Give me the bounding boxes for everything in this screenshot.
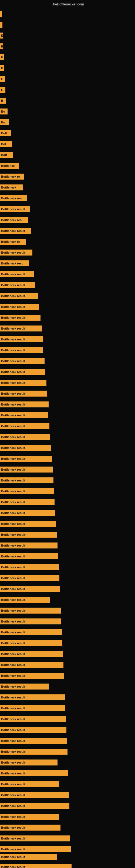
bar-label: E — [1, 45, 3, 48]
list-item: Bottleneck result — [0, 358, 45, 364]
bar-label: Bottleneck result — [1, 435, 25, 439]
bar-label: Bottleneck result — [1, 837, 25, 840]
bar-label: Bottleneck result — [1, 652, 25, 656]
bar-label: Bottleneck result — [1, 587, 25, 590]
list-item: Bottleneck result — [0, 499, 54, 505]
list-item: Bottleneck result — [0, 521, 56, 527]
list-item: Bottleneck result — [0, 304, 39, 310]
list-item: Bottleneck result — [0, 727, 66, 733]
bar-label: Bottleneck result — [1, 392, 25, 395]
bar-label: E — [1, 56, 3, 59]
list-item: Bottleneck result — [0, 347, 43, 353]
list-item: Bottleneck result — [0, 564, 59, 570]
bar-label: Bottleneck result — [1, 251, 25, 254]
bar-label: Bottleneck result — [1, 685, 25, 688]
list-item: Bottleneck result — [0, 864, 72, 868]
list-item: Bottleneck result — [0, 282, 35, 288]
list-item: B — [0, 98, 6, 104]
list-item: Bottleneck result — [0, 456, 52, 462]
bar-label: Bottleneck result — [1, 327, 25, 330]
list-item: Bottleneck result — [0, 738, 67, 744]
bar-label: Bottleneck result — [1, 728, 25, 732]
list-item: Bottleneck result — [0, 792, 69, 798]
list-item: Bot — [0, 141, 12, 147]
bar-label: Bottleneck result — [1, 717, 25, 721]
bar-label: Bottleneck result — [1, 761, 25, 764]
bar-label: Bottleneck result — [1, 229, 25, 232]
list-item: Bottleneck result — [0, 629, 62, 635]
list-item: Bottleneck result — [0, 326, 42, 332]
list-item: Bottleneck result — [0, 760, 57, 766]
bar-label: Bottleneck result — [1, 865, 25, 868]
bar-label: Bottleneck result — [1, 305, 25, 308]
bar-label: Bottleneck result — [1, 381, 25, 384]
bar-label: Bottleneck result — [1, 479, 25, 482]
list-item: Bottleneck — [0, 184, 23, 190]
list-item: Bottleneck result — [0, 781, 59, 787]
bar-label: Bott — [1, 153, 7, 156]
list-item: Bottleneck result — [0, 391, 47, 397]
bar-label: Bottleneck result — [1, 468, 25, 471]
list-item: Bottleneck result — [0, 749, 68, 755]
list-item — [0, 22, 2, 28]
bar-label: Bottleneck result — [1, 696, 25, 699]
list-item: Bottleneck result — [0, 412, 48, 418]
site-title: TheBottlenecker.com — [51, 2, 84, 6]
list-item: Bottleneck result — [0, 445, 51, 451]
bar-label: Bottleneck result — [1, 490, 25, 493]
list-item: Bottlenec — [0, 163, 19, 169]
list-item: Bottleneck result — [0, 705, 65, 711]
list-item: Bottleneck result — [0, 770, 68, 776]
list-item: Bottleneck result — [0, 597, 50, 603]
bar-label: Bottleneck result — [1, 360, 25, 363]
bar-label: E — [1, 88, 3, 91]
bar-label: Bottleneck result — [1, 414, 25, 417]
bar-label: Bottleneck result — [1, 815, 25, 818]
list-item: Bottleneck result — [0, 651, 63, 657]
bar-label: Bo — [1, 121, 5, 124]
bar-label: Bottleneck result — [1, 316, 25, 319]
bar-label: Bottleneck result — [1, 794, 25, 797]
bar-label: Bottleneck result — [1, 544, 25, 547]
list-item: Bottleneck result — [0, 250, 32, 255]
list-item: Bottleneck result — [0, 553, 58, 559]
bar-label: Bottleneck result — [1, 283, 25, 287]
list-item: Bott — [0, 130, 11, 136]
list-item: Bottleneck result — [0, 814, 59, 820]
bar-label: E — [1, 77, 3, 81]
list-item: Bottleneck result — [0, 369, 45, 375]
bar-label: Bott — [1, 131, 7, 135]
bar-label: B — [1, 66, 3, 70]
bar-label: Bottleneck result — [1, 555, 25, 558]
bar-label: Bottleneck result — [1, 707, 25, 710]
bar-label: Bottleneck result — [1, 446, 25, 450]
list-item: Bottleneck result — [0, 401, 49, 407]
bar-label: Bottleneck result — [1, 598, 25, 601]
list-item: Bottleneck resu — [0, 195, 27, 201]
list-item: Bottleneck result — [0, 618, 61, 624]
bar-label: Bottleneck re — [1, 175, 20, 178]
list-item: E — [0, 54, 4, 60]
list-item: Bottleneck result — [0, 532, 57, 538]
list-item: Bottleneck result — [0, 854, 57, 860]
list-item: Bottleneck resu — [0, 217, 28, 223]
bar-label: Bottleneck result — [1, 750, 25, 753]
list-item: Bo — [0, 108, 8, 115]
list-item: Bottleneck result — [0, 488, 54, 494]
bar-label: Bottleneck result — [1, 294, 25, 298]
list-item: Bottleneck re — [0, 239, 26, 245]
bar-label: Bottleneck result — [1, 457, 25, 460]
list-item: Bottleneck result — [0, 825, 60, 831]
bar-label: Bot — [1, 143, 6, 146]
bar-label: Bottleneck result — [1, 273, 25, 276]
list-item: Bottleneck result — [0, 315, 41, 321]
list-item: Bottleneck result — [0, 293, 38, 299]
bar-label: Bottleneck result — [1, 425, 25, 428]
bar-label: Bottleneck re — [1, 240, 20, 243]
bar-label: Bottleneck result — [1, 826, 25, 829]
bar-label: Bottleneck result — [1, 522, 25, 525]
list-item: Bottleneck result — [0, 803, 70, 809]
bar-label: Bottleneck resu — [1, 197, 24, 200]
bar-label: B — [1, 99, 3, 102]
list-item: E — [0, 33, 3, 38]
